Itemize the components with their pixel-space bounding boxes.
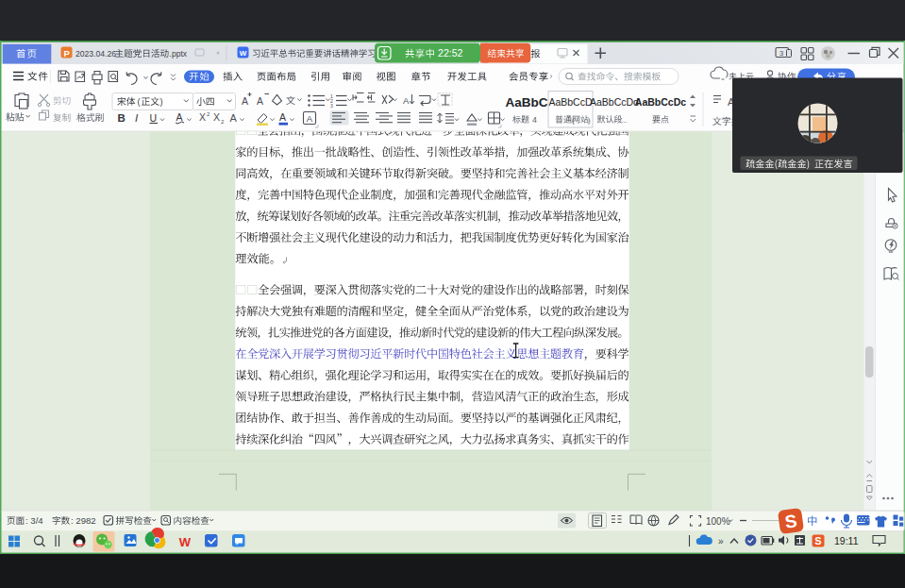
svg-text:AaBbCcDd: AaBbCcDd (590, 96, 639, 108)
svg-text:19:11: 19:11 (834, 535, 859, 546)
svg-text:A: A (279, 111, 286, 123)
svg-text:100%: 100% (706, 516, 730, 527)
svg-text:AaBbCcD: AaBbCcD (548, 96, 593, 108)
svg-text:A: A (257, 95, 263, 107)
svg-text:X: X (213, 111, 220, 123)
svg-text:(: ( (138, 97, 141, 107)
svg-text:3: 3 (779, 49, 783, 58)
svg-text:AaBbCcDc: AaBbCcDc (635, 96, 686, 108)
svg-text:3: 3 (330, 103, 333, 109)
svg-text:W: W (179, 535, 192, 549)
svg-text:: 3/4: : 3/4 (25, 515, 43, 526)
svg-text:S: S (814, 535, 821, 546)
svg-text:...: ... (621, 116, 628, 125)
svg-text:: 2982: : 2982 (71, 515, 96, 526)
svg-text:B: B (118, 112, 126, 124)
svg-text:»: » (718, 536, 724, 546)
svg-text:X: X (199, 111, 206, 123)
svg-text:AaBbC: AaBbC (505, 95, 547, 109)
svg-text:2023.04.26: 2023.04.26 (75, 49, 116, 59)
svg-text:W: W (240, 49, 247, 58)
svg-text:22:52: 22:52 (438, 47, 463, 59)
svg-text:A: A (242, 95, 248, 107)
svg-text:U: U (150, 112, 158, 124)
svg-text:): ) (588, 116, 591, 125)
svg-text:P: P (63, 48, 70, 59)
svg-text:A: A (307, 113, 313, 124)
svg-text:(: ( (572, 116, 575, 125)
svg-text:A: A (230, 112, 238, 124)
svg-text:.pptx: .pptx (170, 49, 188, 59)
svg-text:A: A (403, 95, 410, 106)
svg-text:A: A (176, 111, 183, 123)
svg-text:): ) (160, 97, 163, 107)
svg-text:4: 4 (532, 115, 537, 125)
